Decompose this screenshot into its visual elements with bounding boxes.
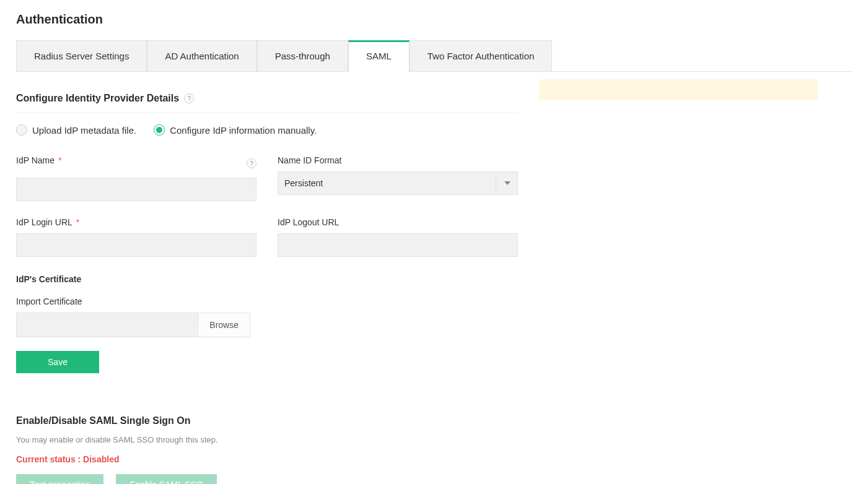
field-idp-login-url: IdP Login URL * xyxy=(16,217,256,257)
select-value: Persistent xyxy=(284,178,323,188)
field-label: Name ID Format xyxy=(278,155,518,165)
radio-label: Configure IdP information manually. xyxy=(170,125,317,136)
field-label: IdP Logout URL xyxy=(278,217,518,227)
name-id-format-select[interactable]: Persistent xyxy=(278,171,518,195)
required-marker: * xyxy=(58,155,61,165)
cert-section-title: IdP's Certificate xyxy=(16,274,518,284)
label-text: IdP Name xyxy=(16,155,55,165)
import-cert-input[interactable] xyxy=(17,313,198,337)
import-cert-label: Import Certificate xyxy=(16,296,518,306)
sso-section-title: Enable/Disable SAML Single Sign On xyxy=(16,415,852,426)
save-button[interactable]: Save xyxy=(16,351,99,373)
sso-status: Current status : Disabled xyxy=(16,454,852,464)
radio-label: Upload IdP metadata file. xyxy=(32,125,136,136)
tab-saml[interactable]: SAML xyxy=(348,40,410,71)
field-label: IdP Name * xyxy=(16,155,61,165)
field-idp-logout-url: IdP Logout URL xyxy=(278,217,518,257)
tabs: Radius Server Settings AD Authentication… xyxy=(16,40,852,72)
tab-two-factor-authentication[interactable]: Two Factor Authentication xyxy=(410,40,553,71)
radio-icon xyxy=(154,124,165,136)
section-title: Configure Identity Provider Details xyxy=(16,93,179,104)
test-connection-button[interactable]: Test connection xyxy=(16,474,103,484)
idp-login-url-input[interactable] xyxy=(16,233,256,257)
page-title: Authentication xyxy=(16,12,852,27)
tab-pass-through[interactable]: Pass-through xyxy=(257,40,348,71)
radio-upload-metadata[interactable]: Upload IdP metadata file. xyxy=(16,124,136,136)
help-icon[interactable]: ? xyxy=(247,158,256,168)
field-idp-name: IdP Name * ? xyxy=(16,155,256,201)
enable-saml-sso-button[interactable]: Enable SAML SSO xyxy=(116,474,217,484)
radio-configure-manually[interactable]: Configure IdP information manually. xyxy=(154,124,317,136)
required-marker: * xyxy=(76,217,79,227)
field-label: IdP Login URL * xyxy=(16,217,256,227)
label-text: IdP Login URL xyxy=(16,217,72,227)
field-name-id-format: Name ID Format Persistent xyxy=(278,155,518,201)
radio-icon xyxy=(16,124,27,136)
tab-radius-server-settings[interactable]: Radius Server Settings xyxy=(16,40,147,71)
browse-button[interactable]: Browse xyxy=(198,313,250,337)
tab-ad-authentication[interactable]: AD Authentication xyxy=(147,40,256,71)
help-icon[interactable]: ? xyxy=(184,93,194,103)
sso-description: You may enable or disable SAML SSO throu… xyxy=(16,435,852,444)
notice-banner xyxy=(539,79,818,100)
idp-logout-url-input[interactable] xyxy=(278,233,518,257)
idp-name-input[interactable] xyxy=(16,178,256,201)
